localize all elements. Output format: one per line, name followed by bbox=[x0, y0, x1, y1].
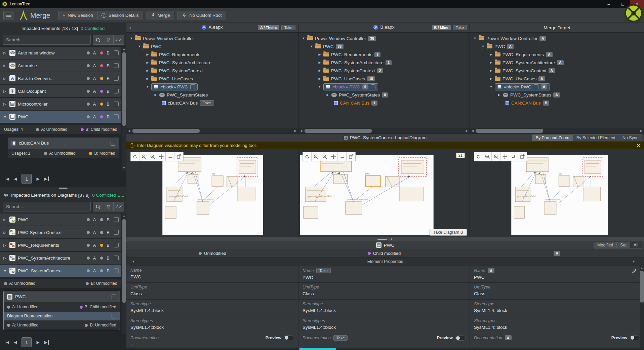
checkbox[interactable] bbox=[534, 84, 538, 89]
checkbox[interactable] bbox=[114, 230, 119, 235]
refresh-button[interactable] bbox=[131, 152, 139, 161]
expand-icon[interactable]: ▷ bbox=[3, 231, 7, 234]
list-item[interactable]: ▷ Autoraise A B bbox=[0, 60, 121, 72]
checkbox[interactable] bbox=[114, 63, 119, 68]
filter-modified-button[interactable]: Modified bbox=[594, 242, 617, 248]
tree-item[interactable]: ▶ PWC_UseCases A bbox=[470, 75, 644, 83]
collapse-icon[interactable]: ▼ bbox=[473, 37, 477, 40]
zoom-out-button[interactable] bbox=[139, 152, 148, 161]
select-all-button[interactable]: ✓✓ bbox=[114, 35, 124, 45]
tree-item[interactable]: ▶ PWC_SystemStates 8 bbox=[298, 91, 470, 99]
tree-item[interactable]: ▶ PWC_SystemContext 2 bbox=[298, 67, 470, 75]
merge-button[interactable]: Merge bbox=[147, 11, 174, 20]
close-info-icon[interactable]: ✕ bbox=[636, 143, 641, 149]
collapse-icon[interactable]: ▼ bbox=[138, 45, 141, 48]
properties-scrollbar[interactable]: ▲ bbox=[640, 266, 644, 348]
expand-icon[interactable]: ▶ bbox=[318, 61, 321, 64]
zoom-in-button[interactable] bbox=[320, 152, 329, 161]
expand-icon[interactable]: ▶ bbox=[489, 61, 493, 64]
zoom-in-button[interactable] bbox=[148, 152, 157, 161]
expand-icon[interactable]: ▷ bbox=[3, 51, 7, 55]
menu-button[interactable] bbox=[3, 11, 13, 20]
scroll-right-icon[interactable]: ▶ bbox=[639, 128, 644, 133]
sidebar-splitter[interactable] bbox=[0, 187, 126, 190]
expand-icon[interactable]: ▷ bbox=[3, 102, 7, 106]
checkbox[interactable] bbox=[114, 243, 119, 247]
checkbox[interactable] bbox=[114, 217, 119, 222]
scroll-down-icon[interactable]: ▼ bbox=[122, 166, 126, 170]
last-page-button[interactable]: ▶ bbox=[44, 177, 49, 181]
swap-button[interactable] bbox=[338, 152, 347, 161]
checkbox[interactable] bbox=[114, 76, 119, 81]
expand-icon[interactable]: ▶ bbox=[489, 69, 493, 72]
expand-icon[interactable]: ▶ bbox=[489, 53, 493, 56]
pan-button[interactable] bbox=[157, 152, 166, 161]
current-page[interactable]: 1 bbox=[22, 174, 32, 184]
list-item[interactable]: ▷ Car Occupant A B bbox=[0, 85, 121, 97]
scroll-left-icon[interactable]: ◀ bbox=[470, 128, 475, 133]
expand-icon[interactable]: ▷ bbox=[3, 218, 7, 222]
swap-button[interactable] bbox=[509, 152, 518, 161]
last-page-button[interactable]: ▶ bbox=[44, 340, 49, 345]
tree-item[interactable]: ▶ PWC_Requirements 8 bbox=[298, 50, 470, 59]
tree-item[interactable]: ▶ PWC_SystemStates bbox=[126, 91, 298, 99]
scroll-up-icon[interactable]: ▲ bbox=[122, 213, 126, 218]
scroll-right-icon[interactable]: ▶ bbox=[293, 128, 298, 133]
tree-item-selected[interactable]: ▼ «block» PWC 9 bbox=[298, 83, 470, 91]
expand-icon[interactable]: ▶ bbox=[146, 61, 149, 64]
tree-item[interactable]: ▶ PWC_Requirements A bbox=[470, 50, 644, 59]
collapse-section-icon[interactable]: ▼ bbox=[632, 260, 635, 263]
tree-item[interactable]: CAN:CAN Bus 1 bbox=[298, 99, 470, 107]
tree-item[interactable]: CAN:CAN Bus B bbox=[470, 99, 644, 107]
checkbox[interactable] bbox=[190, 84, 195, 89]
refresh-button[interactable] bbox=[474, 152, 483, 161]
tree-item[interactable]: ▶ PWC_Requirements bbox=[126, 50, 298, 59]
scroll-right-icon[interactable]: ▶ bbox=[464, 128, 470, 133]
expand-icon[interactable]: ▷ bbox=[3, 89, 7, 93]
expand-icon[interactable]: ▶ bbox=[489, 77, 493, 80]
tree-item[interactable]: ▶ PWC_SystemContext A bbox=[470, 67, 644, 75]
expand-icon[interactable]: ▶ bbox=[497, 93, 501, 96]
tree-item[interactable]: ▼ Power Window Controller A bbox=[470, 34, 644, 42]
no-sync-button[interactable]: No Sync bbox=[619, 134, 642, 141]
sync-by-pan-zoom-button[interactable]: By Pan and Zoom bbox=[532, 134, 573, 141]
expand-icon[interactable]: ▶ bbox=[318, 53, 321, 56]
list-item[interactable]: ▷ A Back to Overvie... A B bbox=[0, 72, 121, 84]
checkbox[interactable] bbox=[114, 89, 119, 93]
expand-icon[interactable]: ▶ bbox=[146, 77, 149, 80]
expand-icon[interactable]: ▶ bbox=[146, 69, 149, 72]
tree-item-selected[interactable]: ▼ «block» PWC bbox=[126, 83, 298, 91]
checkbox[interactable] bbox=[371, 84, 375, 89]
checkbox[interactable] bbox=[114, 114, 119, 119]
take-b-button[interactable]: Take bbox=[453, 25, 467, 30]
zoom-out-button[interactable] bbox=[312, 152, 320, 161]
minimize-button[interactable]: – bbox=[602, 0, 616, 8]
collapse-icon[interactable]: ▼ bbox=[302, 37, 305, 40]
tree-item[interactable]: ▶ PWC_SystemArchitecture A bbox=[470, 59, 644, 67]
swap-button[interactable] bbox=[166, 152, 174, 161]
list-item[interactable]: ▷ PWC_Requirements A B bbox=[0, 239, 121, 251]
list-item[interactable]: ▷ PWC_SystemArchitecture A B bbox=[0, 252, 121, 264]
tree-item[interactable]: ▶ PWC_SystemStates A bbox=[470, 91, 644, 99]
list-item[interactable]: ▷ PWC A B bbox=[0, 213, 121, 226]
b-tree-hscrollbar[interactable]: ◀ ▶ bbox=[298, 128, 470, 133]
expand-icon[interactable]: ▶ bbox=[154, 93, 157, 96]
tree-item[interactable]: cBus:CAN Bus Take bbox=[126, 99, 298, 107]
diagrams-search-input[interactable] bbox=[3, 202, 91, 211]
list-item-selected[interactable]: ▼ PWC A B bbox=[0, 111, 121, 123]
checkbox[interactable] bbox=[112, 295, 116, 299]
session-details-button[interactable]: i Session Details bbox=[97, 11, 143, 20]
checkbox[interactable] bbox=[114, 268, 119, 273]
a-tree-hscrollbar[interactable]: ◀ ▶ bbox=[126, 128, 298, 133]
checkbox[interactable] bbox=[114, 50, 119, 55]
checkbox[interactable] bbox=[114, 256, 119, 260]
refresh-button[interactable] bbox=[303, 152, 312, 161]
tree-item[interactable]: ▼ PWC A bbox=[470, 42, 644, 50]
current-page[interactable]: 1 bbox=[22, 337, 32, 347]
take-diagram-b-button[interactable]: Take Diagram B bbox=[430, 229, 467, 236]
diagram-b-preview[interactable] bbox=[300, 155, 434, 235]
checkbox[interactable] bbox=[112, 314, 116, 318]
scroll-left-icon[interactable]: ◀ bbox=[126, 128, 132, 133]
scroll-up-icon[interactable]: ▲ bbox=[640, 266, 644, 270]
filter-all-button[interactable]: All bbox=[630, 242, 642, 248]
